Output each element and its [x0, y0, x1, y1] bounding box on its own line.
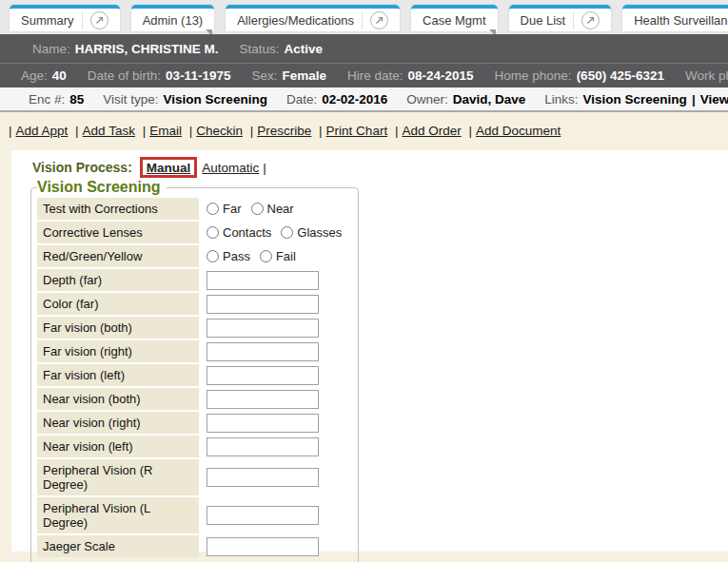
- glasses-radio[interactable]: [281, 226, 293, 239]
- near-vision-both-input[interactable]: [207, 390, 319, 409]
- near-vision-right-input[interactable]: [207, 414, 319, 433]
- sex-field: Sex:Female: [251, 68, 326, 83]
- tab-label: Health Surveillance: [634, 13, 728, 28]
- patient-status: Status: Active: [240, 42, 324, 56]
- action-links-bar: |Add Appt |Add Task |Email |Checkin |Pre…: [0, 112, 728, 150]
- tab-allergies-medications[interactable]: Allergies/Medications: [226, 5, 400, 31]
- add-order-link[interactable]: Add Order: [402, 124, 461, 138]
- open-in-new-icon[interactable]: [82, 11, 108, 29]
- checkin-link[interactable]: Checkin: [196, 124, 243, 138]
- pass-radio[interactable]: [207, 250, 219, 262]
- near-radio[interactable]: [251, 203, 264, 215]
- work-phone-field: Work phone:(407) 939: [685, 68, 728, 83]
- form-row-jaeger-scale: Jaeger Scale: [37, 535, 351, 557]
- tab-summary[interactable]: Summary: [10, 5, 120, 31]
- add-task-link[interactable]: Add Task: [83, 124, 135, 138]
- far-vision-left-input[interactable]: [207, 366, 319, 385]
- form-row-peripheral-vision-l: Peripheral Vision (L Degree): [37, 497, 351, 533]
- prescribe-link[interactable]: Prescribe: [257, 124, 311, 138]
- tab-case-mgmt[interactable]: Case Mgmt: [411, 5, 497, 31]
- patient-name-bar: Name: HARRIS, CHRISTINE M. Status: Activ…: [0, 34, 728, 63]
- peripheral-vision-r-input[interactable]: [207, 468, 319, 487]
- form-row-near-vision-right: Near vision (right): [37, 412, 351, 434]
- tab-label: Admin (13): [143, 13, 204, 28]
- peripheral-vision-l-input[interactable]: [207, 506, 319, 525]
- form-row-red-green-yellow: Red/Green/Yellow Pass Fail: [37, 245, 351, 267]
- dob-field: Date of birth:03-11-1975: [88, 68, 231, 83]
- tab-health-surveillance[interactable]: Health Surveillance: [622, 5, 728, 31]
- patient-name: Name: HARRIS, CHRISTINE M.: [32, 42, 219, 56]
- email-link[interactable]: Email: [149, 124, 182, 138]
- dropdown-fold-icon: [206, 29, 212, 34]
- tab-label: Allergies/Medications: [237, 13, 354, 28]
- form-row-depth-far: Depth (far): [37, 269, 351, 291]
- near-vision-left-input[interactable]: [207, 437, 319, 456]
- tab-label: Case Mgmt: [423, 13, 485, 28]
- vision-process-row: Vision Process: Manual Automatic |: [32, 157, 728, 178]
- far-vision-right-input[interactable]: [207, 342, 319, 361]
- tab-label: Due List: [521, 13, 566, 28]
- demographics-bar: Age:40 Date of birth:03-11-1975 Sex:Fema…: [0, 63, 728, 87]
- vision-screening-legend: Vision Screening: [37, 179, 167, 196]
- dropdown-fold-icon: [489, 29, 496, 34]
- form-row-far-vision-right: Far vision (right): [37, 340, 351, 362]
- vision-screening-fieldset: Vision Screening Test with Corrections F…: [30, 179, 359, 562]
- visit-date-field: Date:02-02-2016: [286, 92, 387, 107]
- print-chart-link[interactable]: Print Chart: [326, 124, 388, 138]
- tab-bar: Summary Admin (13) Allergies/Medications…: [0, 0, 728, 34]
- visit-type-field: Visit type:Vision Screening: [103, 92, 267, 107]
- tab-due-list[interactable]: Due List: [509, 5, 612, 31]
- form-row-color-far: Color (far): [37, 293, 351, 315]
- annotation-red-box: Manual: [140, 157, 198, 178]
- vision-screening-link[interactable]: Vision Screening: [583, 92, 687, 107]
- form-row-near-vision-left: Near vision (left): [37, 436, 351, 457]
- form-row-far-vision-both: Far vision (both): [37, 317, 351, 339]
- tab-admin[interactable]: Admin (13): [131, 5, 215, 31]
- form-row-corrective-lenses: Corrective Lenses Contacts Glasses: [37, 222, 351, 243]
- contacts-radio[interactable]: [207, 226, 219, 239]
- far-radio[interactable]: [207, 203, 219, 215]
- home-phone-field: Home phone:(650) 425-6321: [495, 68, 664, 83]
- hire-date-field: Hire date:08-24-2015: [347, 68, 474, 83]
- encounter-bar: Enc #:85 Visit type:Vision Screening Dat…: [0, 87, 728, 112]
- automatic-link[interactable]: Automatic: [202, 161, 259, 175]
- form-row-test-with-corrections: Test with Corrections Far Near: [37, 198, 351, 220]
- enc-number-field: Enc #:85: [29, 92, 84, 107]
- vision-process-label: Vision Process:: [32, 160, 132, 175]
- add-document-link[interactable]: Add Document: [476, 124, 561, 138]
- color-far-input[interactable]: [207, 295, 319, 314]
- manual-link[interactable]: Manual: [147, 161, 191, 175]
- jaeger-scale-input[interactable]: [207, 537, 319, 556]
- tab-label: Summary: [21, 13, 74, 28]
- content-panel: Vision Process: Manual Automatic | Visio…: [11, 150, 728, 552]
- fail-radio[interactable]: [260, 250, 272, 262]
- far-vision-both-input[interactable]: [207, 319, 319, 338]
- view-vision-screening-link[interactable]: View Vision Screening: [700, 92, 728, 107]
- depth-far-input[interactable]: [207, 271, 319, 290]
- age-field: Age:40: [21, 68, 67, 83]
- form-row-peripheral-vision-r: Peripheral Vision (R Degree): [37, 459, 351, 495]
- form-row-far-vision-left: Far vision (left): [37, 364, 351, 386]
- add-appt-link[interactable]: Add Appt: [16, 124, 69, 138]
- form-row-near-vision-both: Near vision (both): [37, 388, 351, 410]
- open-in-new-icon[interactable]: [573, 11, 600, 29]
- owner-field: Owner:David, Dave: [406, 92, 525, 107]
- open-in-new-icon[interactable]: [362, 11, 388, 29]
- encounter-links: Links: Vision Screening | View Vision Sc…: [544, 92, 728, 107]
